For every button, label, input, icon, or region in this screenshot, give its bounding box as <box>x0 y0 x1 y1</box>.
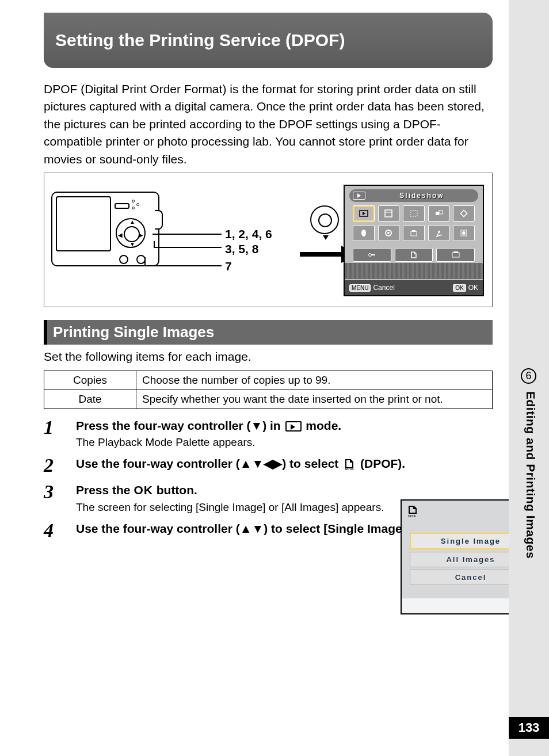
step-2: 2 Use the four-way controller (▲▼◀▶) to … <box>44 456 493 475</box>
step-number: 1 <box>44 418 76 449</box>
table-row: Copies Choose the number of copies up to… <box>44 371 493 390</box>
lcd-title: Slideshow <box>365 192 478 200</box>
palette-icon <box>378 205 400 222</box>
section-subtext: Set the following items for each image. <box>44 350 493 364</box>
page-number: 133 <box>509 717 549 739</box>
palette-icon <box>353 225 375 241</box>
ok-badge: OK <box>453 284 466 292</box>
table-row-name: Date <box>44 390 136 409</box>
svg-point-10 <box>387 232 390 234</box>
svg-rect-19 <box>453 251 458 253</box>
svg-point-16 <box>369 254 372 257</box>
callout-label-3: 7 <box>225 259 232 273</box>
palette-icon <box>428 225 450 241</box>
svg-point-15 <box>462 231 466 235</box>
svg-rect-4 <box>410 211 417 216</box>
palette-icon <box>403 225 425 241</box>
svg-rect-6 <box>439 211 443 214</box>
svg-rect-7 <box>461 210 467 216</box>
controller-down-icon <box>310 205 339 234</box>
palette-icon <box>428 205 450 222</box>
step-number: 3 <box>44 482 76 513</box>
step-title: Press the OK button. <box>76 482 493 498</box>
palette-icon <box>378 225 400 241</box>
svg-rect-12 <box>412 230 415 232</box>
callout-line <box>152 234 222 235</box>
chapter-label: Editing and Printing Images <box>520 391 537 559</box>
section-heading: Printing Single Images <box>44 320 493 345</box>
callout-line <box>154 247 222 248</box>
chapter-number-badge: 6 <box>521 368 536 384</box>
palette-icon <box>453 225 475 241</box>
intro-paragraph: DPOF (Digital Print Order Format) is the… <box>44 81 493 168</box>
step-note: The Playback Mode Palette appears. <box>76 436 493 449</box>
ok-button-label: OK <box>134 483 153 497</box>
svg-rect-17 <box>371 254 375 255</box>
dpof-icon: DPOF <box>406 505 419 521</box>
palette-icon <box>436 248 475 262</box>
palette-icon <box>453 205 475 222</box>
svg-rect-11 <box>411 231 417 236</box>
settings-table: Copies Choose the number of copies up to… <box>44 371 493 409</box>
page-heading: Setting the Printing Service (DPOF) <box>55 30 345 50</box>
table-row-desc: Specify whether you want the date insert… <box>136 390 493 409</box>
palette-icon <box>353 205 375 222</box>
four-way-controller-icon: ◀▶ ▲▼ <box>116 218 146 248</box>
svg-text:DPOF: DPOF <box>345 467 354 470</box>
callout-line <box>144 265 222 266</box>
palette-icon <box>353 248 391 262</box>
camera-button-left <box>119 255 128 264</box>
table-row-desc: Choose the number of copies up to 99. <box>136 371 493 390</box>
lcd-ok-label: OK <box>468 284 478 292</box>
lcd-cancel-label: Cancel <box>373 284 394 292</box>
table-row: Date Specify whether you want the date i… <box>44 390 493 409</box>
dpof-icon: DPOF <box>343 458 356 469</box>
svg-point-13 <box>438 231 440 233</box>
step-1: 1 Press the four-way controller (▼) in m… <box>44 418 493 449</box>
step-title: Use the four-way controller (▲▼◀▶) to se… <box>76 456 493 472</box>
page-heading-box: Setting the Printing Service (DPOF) <box>44 13 493 68</box>
palette-icon <box>403 205 425 222</box>
playback-icon <box>353 192 365 200</box>
callout-label-1: 1, 2, 4, 6 <box>225 227 272 241</box>
svg-rect-18 <box>452 253 459 257</box>
playback-mode-icon <box>285 421 302 432</box>
camera-back-illustration: ◀▶ ▲▼ <box>51 186 166 278</box>
menu-badge: MENU <box>349 284 371 292</box>
svg-marker-1 <box>363 212 365 215</box>
svg-text:DPOF: DPOF <box>408 514 416 518</box>
overview-diagram: ◀▶ ▲▼ 1, 2, 4, 6 3, 5, 8 7 Slideshow <box>44 173 493 307</box>
svg-rect-2 <box>385 210 392 217</box>
table-row-name: Copies <box>44 371 136 390</box>
palette-icon-dpof <box>395 248 433 262</box>
side-chapter-tab: 6 Editing and Printing Images 133 <box>509 0 549 756</box>
callout-label-2: 3, 5, 8 <box>225 242 258 256</box>
svg-point-8 <box>361 230 366 236</box>
step-number: 4 <box>44 521 76 540</box>
svg-rect-5 <box>436 212 439 215</box>
step-number: 2 <box>44 456 76 475</box>
lcd-palette-screenshot: Slideshow MENUCancel <box>344 185 484 296</box>
step-title: Press the four-way controller (▼) in mod… <box>76 418 493 434</box>
